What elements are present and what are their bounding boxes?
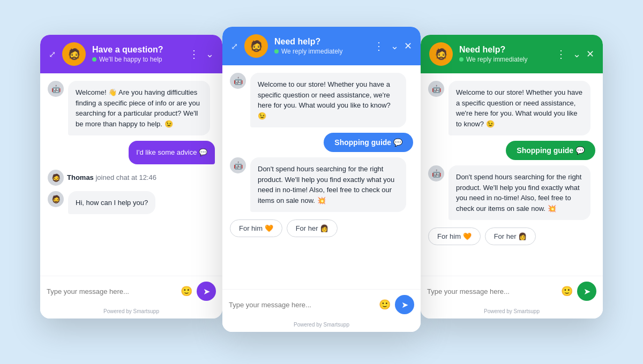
send-btn-center[interactable]: ➤ xyxy=(395,295,414,314)
menu-btn-center[interactable]: ⋮ xyxy=(373,40,385,52)
avatar-right: 🧔 xyxy=(429,42,453,66)
header-right: 🧔 Need help? We reply immediately ⋮ ⌄ ✕ xyxy=(421,35,603,73)
chat-body-center: 🤖 Welcome to our store! Whether you have… xyxy=(222,65,421,289)
menu-btn-right[interactable]: ⋮ xyxy=(556,48,567,60)
powered-by-center: Powered by Smartsupp xyxy=(222,320,421,332)
agent-message-1-left: 🤖 Welcome! 👋 Are you having difficulties… xyxy=(48,81,215,135)
close-btn-center[interactable]: ✕ xyxy=(404,40,412,52)
header-actions-right: ⋮ ⌄ ✕ xyxy=(556,48,594,60)
agent-message-2-right: 🤖 Don't spend hours searching for the ri… xyxy=(428,165,595,220)
avatar-center: 🧔 xyxy=(244,34,268,58)
thomas-avatar: 🧔 xyxy=(48,170,64,186)
header-center: ⤢ 🧔 Need help? We reply immediately ⋮ ⌄ … xyxy=(222,27,421,65)
header-info-center: Need help? We reply immediately xyxy=(274,37,367,55)
header-title-right: Need help? xyxy=(459,45,549,55)
message-input-left[interactable] xyxy=(47,287,176,295)
close-btn-right[interactable]: ✕ xyxy=(586,48,594,60)
join-notification-left: 🧔 Thomas joined chat at 12:46 xyxy=(48,170,215,186)
menu-btn-left[interactable]: ⋮ xyxy=(189,48,200,60)
header-left: ⤢ 🧔 Have a question? We'll be happy to h… xyxy=(40,35,222,73)
header-subtitle-left: We'll be happy to help xyxy=(92,56,182,63)
expand-icon-left[interactable]: ⤢ xyxy=(49,49,56,59)
header-actions-center: ⋮ ⌄ ✕ xyxy=(373,40,412,52)
bubble-1-left: Welcome! 👋 Are you having difficulties f… xyxy=(68,81,210,135)
quick-replies-right: For him 🧡 For her 👩 xyxy=(428,228,595,245)
agent-message-2-center: 🤖 Don't spend hours searching for the ri… xyxy=(230,157,413,212)
for-him-btn-center[interactable]: For him 🧡 xyxy=(230,219,282,237)
shopping-guide-btn-right[interactable]: Shopping guide 💬 xyxy=(506,141,595,160)
bubble-1-right: Welcome to our store! Whether you have a… xyxy=(448,81,590,135)
minimize-btn-left[interactable]: ⌄ xyxy=(206,48,214,60)
online-dot-right xyxy=(459,57,463,62)
send-btn-left[interactable]: ➤ xyxy=(197,282,216,301)
bubble-2-right: Don't spend hours searching for the righ… xyxy=(448,165,590,220)
header-title-center: Need help? xyxy=(274,37,367,47)
message-input-right[interactable] xyxy=(427,287,557,295)
input-area-left: 🙂 ➤ xyxy=(40,276,222,306)
agent-message-1-center: 🤖 Welcome to our store! Whether you have… xyxy=(230,73,413,127)
agent-avatar-1-right: 🤖 xyxy=(428,81,444,97)
bubble-2-left: Hi, how can I help you? xyxy=(68,191,155,215)
chat-widget-right: 🧔 Need help? We reply immediately ⋮ ⌄ ✕ … xyxy=(421,35,603,318)
minimize-btn-center[interactable]: ⌄ xyxy=(391,40,399,52)
header-subtitle-center: We reply immediately xyxy=(274,48,367,55)
powered-by-left: Powered by Smartsupp xyxy=(40,306,222,318)
bubble-user-left: I'd like some advice 💬 xyxy=(129,141,215,164)
online-dot-center xyxy=(274,49,279,54)
input-area-center: 🙂 ➤ xyxy=(222,289,421,320)
header-info-right: Need help? We reply immediately xyxy=(459,45,549,63)
for-her-btn-right[interactable]: For her 👩 xyxy=(485,228,536,245)
chat-widget-center: ⤢ 🧔 Need help? We reply immediately ⋮ ⌄ … xyxy=(222,27,421,332)
agent-message-1-right: 🤖 Welcome to our store! Whether you have… xyxy=(428,81,595,135)
widgets-container: ⤢ 🧔 Have a question? We'll be happy to h… xyxy=(0,0,643,364)
shopping-guide-btn-center[interactable]: Shopping guide 💬 xyxy=(324,133,413,152)
send-btn-right[interactable]: ➤ xyxy=(577,282,596,301)
agent-message-2-left: 🧔 Hi, how can I help you? xyxy=(48,191,215,215)
online-dot-left xyxy=(92,57,96,62)
input-area-right: 🙂 ➤ xyxy=(421,276,603,306)
avatar-left: 🧔 xyxy=(62,42,86,66)
agent-avatar-2-left: 🧔 xyxy=(48,191,64,207)
bubble-2-center: Don't spend hours searching for the righ… xyxy=(250,157,406,212)
emoji-btn-right[interactable]: 🙂 xyxy=(561,285,573,297)
emoji-btn-left[interactable]: 🙂 xyxy=(181,285,192,297)
chat-body-left: 🤖 Welcome! 👋 Are you having difficulties… xyxy=(40,73,222,276)
header-actions-left: ⋮ ⌄ xyxy=(189,48,214,60)
header-subtitle-right: We reply immediately xyxy=(459,56,549,63)
agent-avatar-2-right: 🤖 xyxy=(428,165,444,181)
chat-widget-left: ⤢ 🧔 Have a question? We'll be happy to h… xyxy=(40,35,222,318)
agent-avatar-2-center: 🤖 xyxy=(230,157,246,173)
chat-body-right: 🤖 Welcome to our store! Whether you have… xyxy=(421,73,603,276)
agent-avatar-1-center: 🤖 xyxy=(230,73,246,89)
minimize-btn-right[interactable]: ⌄ xyxy=(573,48,581,60)
for-her-btn-center[interactable]: For her 👩 xyxy=(287,219,338,237)
bubble-1-center: Welcome to our store! Whether you have a… xyxy=(250,73,406,127)
powered-by-right: Powered by Smartsupp xyxy=(421,306,603,318)
header-info-left: Have a question? We'll be happy to help xyxy=(92,45,182,63)
for-him-btn-right[interactable]: For him 🧡 xyxy=(428,228,481,245)
emoji-btn-center[interactable]: 🙂 xyxy=(379,299,391,310)
message-input-center[interactable] xyxy=(229,301,375,309)
header-title-left: Have a question? xyxy=(92,45,182,55)
quick-replies-center: For him 🧡 For her 👩 xyxy=(230,219,413,237)
expand-icon-center[interactable]: ⤢ xyxy=(231,41,238,51)
agent-avatar-1-left: 🤖 xyxy=(48,81,64,97)
